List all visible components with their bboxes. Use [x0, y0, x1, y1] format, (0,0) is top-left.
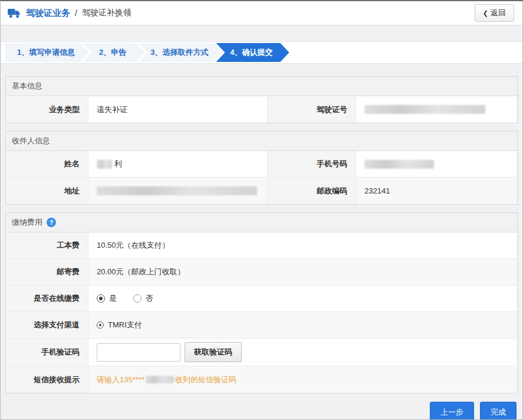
table-row: 工本费 10.50元（在线支付）	[6, 232, 517, 259]
fees-title: 缴纳费用	[12, 217, 42, 228]
title-separator: /	[75, 8, 77, 18]
radio-no-label: 否	[146, 293, 153, 304]
recipient-info-header: 收件人信息	[6, 132, 517, 151]
phone-label: 手机号码	[268, 151, 356, 177]
phone-value	[356, 151, 517, 177]
license-no-value	[356, 96, 517, 123]
postcode-label: 邮政编码	[268, 178, 356, 204]
sms-code-label: 手机验证码	[6, 339, 88, 366]
basic-info-title: 基本信息	[12, 81, 42, 91]
table-row: 选择支付渠道 TMRI支付	[6, 312, 517, 339]
sms-code-input[interactable]	[97, 343, 180, 362]
mail-fee-value: 20.00元（邮政上门收取）	[88, 259, 517, 285]
chevron-left-icon: ❮	[483, 9, 488, 17]
sms-code-field: 获取验证码	[88, 339, 517, 366]
redacted-license-no	[364, 105, 485, 114]
redacted-sms-number	[146, 376, 174, 383]
name-visible-text: 利	[114, 159, 122, 169]
sms-tip-label: 短信接收提示	[6, 366, 88, 393]
work-fee-label: 工本费	[6, 232, 88, 258]
radio-channel-tmri[interactable]: TMRI支付	[97, 320, 142, 330]
table-row: 邮寄费 20.00元（邮政上门收取）	[6, 259, 517, 286]
recipient-info-title: 收件人信息	[12, 136, 50, 146]
step-3-pickup-method[interactable]: 3、选择取件方式	[139, 43, 222, 62]
radio-yes-label: 是	[109, 293, 117, 304]
name-label: 姓名	[6, 151, 88, 177]
work-fee-value: 10.50元（在线支付）	[88, 232, 517, 258]
channel-label: 选择支付渠道	[6, 312, 88, 338]
steps-nav: 1、填写申请信息 2、申告 3、选择取件方式 4、确认提交	[1, 41, 522, 64]
section-recipient-info: 收件人信息 姓名 利 手机号码 地址 邮政编码 232141	[5, 131, 518, 205]
help-icon[interactable]: ?	[47, 218, 56, 227]
radio-online-pay-no[interactable]: 否	[133, 293, 153, 304]
truck-icon	[8, 8, 21, 18]
section-fees: 缴纳费用 ? 工本费 10.50元（在线支付） 邮寄费 20.00元（邮政上门收…	[5, 212, 518, 393]
sms-tip-value: 请输入135****收到的短信验证码	[88, 366, 517, 393]
business-title: 驾驶证业务	[26, 8, 70, 19]
header-bar: 驾驶证业务 / 驾驶证补换领 ❮ 返回	[1, 1, 522, 25]
business-type-label: 业务类型	[6, 96, 88, 123]
step-1-fill-info[interactable]: 1、填写申请信息	[5, 43, 89, 62]
table-row: 姓名 利 手机号码	[6, 151, 517, 178]
mail-fee-label: 邮寄费	[6, 259, 88, 285]
table-row: 短信接收提示 请输入135****收到的短信验证码	[6, 366, 517, 393]
table-row: 地址 邮政编码 232141	[6, 178, 517, 204]
sms-tip-suffix: 收到的短信验证码	[175, 375, 236, 385]
footer-actions: 上一步 完成	[1, 393, 522, 420]
channel-option-label: TMRI支付	[108, 320, 142, 330]
radio-icon	[133, 294, 142, 303]
redacted-phone	[364, 160, 434, 169]
address-value	[88, 178, 268, 204]
sms-tip-prefix: 请输入135****	[97, 375, 144, 385]
step-4-confirm-submit[interactable]: 4、确认提交	[216, 43, 289, 62]
basic-info-header: 基本信息	[6, 77, 517, 96]
radio-icon	[97, 321, 104, 329]
fees-header: 缴纳费用 ?	[6, 213, 517, 232]
online-pay-label: 是否在线缴费	[6, 286, 88, 311]
redacted-name-prefix	[97, 160, 112, 169]
radio-icon	[97, 294, 105, 303]
prev-step-button[interactable]: 上一步	[430, 402, 474, 420]
radio-online-pay-yes[interactable]: 是	[97, 293, 117, 304]
license-no-label: 驾驶证号	[268, 96, 356, 123]
section-basic-info: 基本信息 业务类型 遗失补证 驾驶证号	[5, 76, 518, 123]
channel-options: TMRI支付	[88, 312, 517, 338]
subpage-title: 驾驶证补换领	[82, 8, 131, 18]
postcode-value: 232141	[356, 178, 517, 204]
business-type-value: 遗失补证	[88, 96, 268, 123]
address-label: 地址	[6, 178, 88, 204]
step-2-declare[interactable]: 2、申告	[83, 43, 145, 62]
name-value: 利	[88, 151, 268, 177]
back-button[interactable]: ❮ 返回	[475, 4, 514, 22]
finish-button[interactable]: 完成	[480, 402, 517, 420]
online-pay-options: 是 否	[88, 286, 517, 311]
table-row: 业务类型 遗失补证 驾驶证号	[6, 96, 517, 123]
get-code-button[interactable]: 获取验证码	[185, 342, 242, 362]
redacted-address	[97, 186, 257, 195]
back-button-label: 返回	[491, 8, 506, 18]
page-title: 驾驶证业务 / 驾驶证补换领	[8, 8, 131, 19]
table-row: 是否在线缴费 是 否	[6, 286, 517, 312]
table-row: 手机验证码 获取验证码	[6, 339, 517, 366]
